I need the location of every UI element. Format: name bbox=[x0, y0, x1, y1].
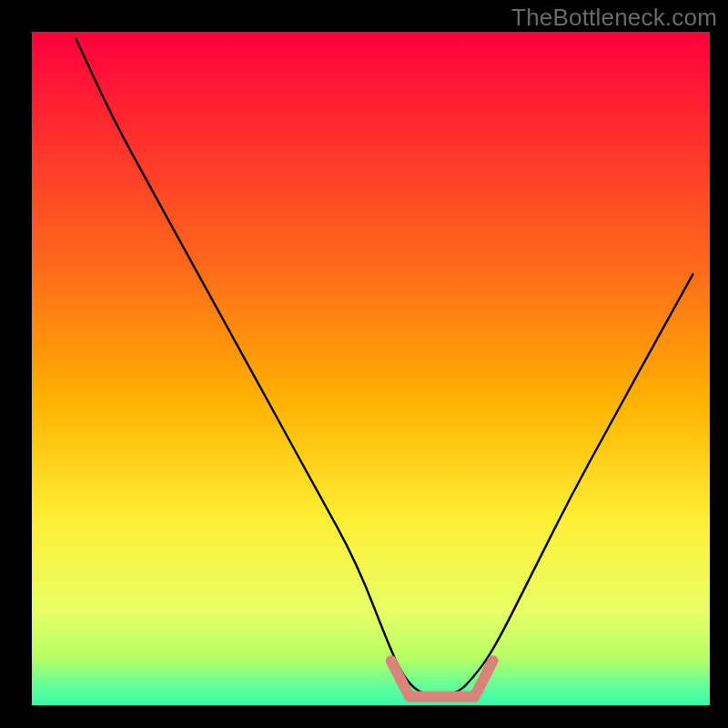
gradient-background bbox=[32, 32, 710, 705]
bottleneck-chart bbox=[0, 0, 728, 728]
chart-container: TheBottleneck.com bbox=[0, 0, 728, 728]
watermark-text: TheBottleneck.com bbox=[511, 4, 717, 32]
